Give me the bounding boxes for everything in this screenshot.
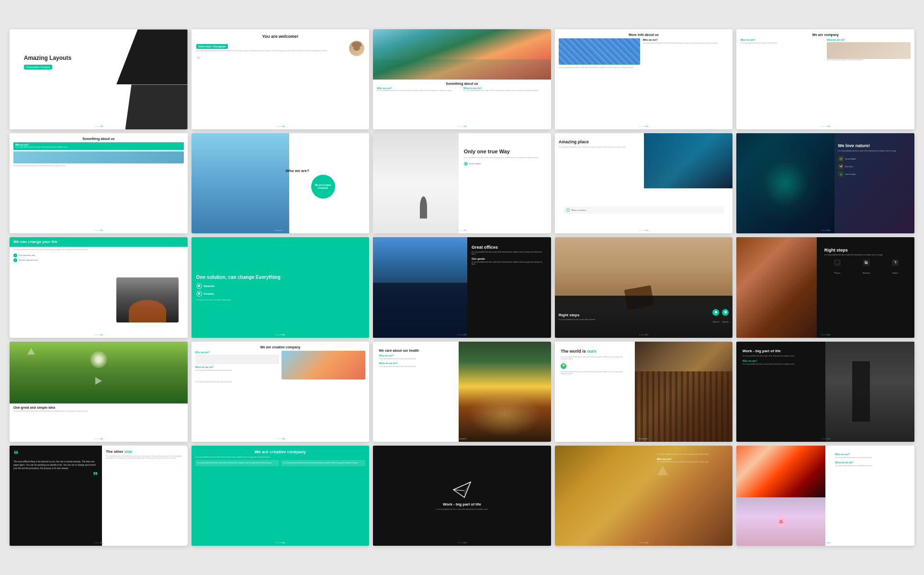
slide-18-health[interactable]: We care about our health Who we are? It … — [373, 342, 551, 442]
slide-21-quote-mark-close: ❞ — [13, 472, 98, 480]
slide-23-body: It is a long established fact that a rea… — [436, 508, 488, 511]
slide-3-about[interactable]: Something about us Who we are? It is a l… — [373, 29, 551, 129]
slide-11-steps: ✓ First important step ✓ Second importan… — [13, 253, 184, 262]
slide-19-body: It is a long established fact that a rea… — [561, 356, 627, 360]
slide-25-flower[interactable]: 🌸 Who we are? It is a long established f… — [736, 446, 914, 546]
slide-22-creative-green[interactable]: We are creative company It is a long est… — [192, 446, 370, 546]
footer-logo-25: PresentBla — [821, 541, 830, 544]
slide-17-photo — [282, 351, 365, 380]
slide-22-col1: It is a long established fact that a rea… — [197, 462, 278, 464]
slide-23-title: Work - big part of life — [443, 502, 481, 506]
slide-19-photo — [635, 342, 732, 442]
slide-9-photo — [644, 133, 733, 188]
slide-17-footer-text: It is a long established fact that a rea… — [195, 381, 366, 383]
slide-18-what: What do we do? — [379, 362, 453, 365]
slide-18-content: We care about our health Who we are? It … — [377, 346, 455, 370]
footer-logo-14: PresentBla — [639, 334, 649, 336]
slide-16-photo — [10, 342, 188, 407]
slide-12-item-1: Networks — [204, 285, 215, 288]
footer-logo-3: PresentBla — [457, 125, 467, 127]
slide-6-photo — [13, 151, 184, 163]
slide-9-amazing-place[interactable]: Amazing place It is a page that belongs … — [555, 133, 733, 233]
slide-19-bulb-icon: 💡 — [561, 363, 566, 369]
slide-17-who-content — [195, 355, 279, 364]
slide-13-goals: It is a long established fact that a rea… — [472, 261, 545, 265]
slide-9-tag-icon — [566, 208, 570, 212]
slide-4-who-label: Who we are? — [642, 38, 729, 41]
slide-11-body: It is a long established fact that a rea… — [13, 249, 184, 251]
slide-14-step2-icon — [722, 309, 729, 316]
slide-20-work-life[interactable]: Work - big part of life It is a long est… — [736, 342, 914, 442]
slide-13-content: Great offices It is a long established f… — [469, 242, 548, 268]
footer-logo-21: PresentBla — [94, 541, 103, 544]
slide-8-weather-icon — [464, 162, 468, 166]
slide-12-items: Networks Presents — [196, 283, 365, 297]
slide-17-creative[interactable]: We are creative company Who we are? What… — [192, 342, 370, 442]
slide-12-present-icon — [196, 291, 202, 297]
slide-2-welcome[interactable]: You are welcome! John Doe / Designer It … — [192, 29, 370, 129]
slide-1-badge: Presentation Template — [24, 65, 53, 69]
slide-24-desert[interactable]: It is a long established fact that a rea… — [555, 446, 733, 546]
slide-6-title: Something about us — [13, 137, 184, 140]
slide-20-photo — [825, 342, 914, 442]
slide-16-dandelion — [90, 351, 107, 368]
slide-14-right-steps-wood[interactable]: Right steps It is a long established fac… — [555, 237, 733, 337]
slide-10-icon-2: Eco Care — [845, 165, 853, 168]
slide-8-figure — [420, 196, 427, 218]
slide-24-body1: It is a long established fact that a rea… — [657, 453, 727, 456]
slide-11-step2: Second important step — [19, 259, 38, 261]
slide-16-great-idea[interactable]: One great and simple idea It is a long e… — [10, 342, 188, 442]
slide-19-world-ours[interactable]: The world is ours It is a long establish… — [555, 342, 733, 442]
slide-4-more-info[interactable]: More info about us Who we are? It is a l… — [555, 29, 733, 129]
footer-logo-11: PresentBla — [94, 334, 103, 336]
slide-12-title: One solution, can change Everything — [196, 274, 365, 280]
slide-6-body: It is a long established fact that a rea… — [15, 146, 182, 148]
slide-5-photo — [827, 42, 911, 59]
slide-15-right-steps-dark[interactable]: Right steps It is a long established fac… — [736, 237, 914, 337]
slide-2-avatar — [349, 41, 364, 56]
slide-3-body-who: It is a long established fact that a rea… — [377, 90, 461, 92]
slide-23-plane-icon — [452, 480, 472, 499]
slide-21-quote: The most difficult thing is the decision… — [13, 460, 98, 471]
footer-logo-4: PresentBla — [639, 125, 649, 127]
slide-10-icon-1: Good Health — [845, 158, 856, 160]
slide-20-who: Who we are? — [743, 359, 818, 362]
slide-7-who[interactable]: Who we are? We are Creative Company! Pre… — [192, 133, 370, 233]
slide-1-title: Amazing Layouts — [24, 55, 71, 61]
slide-6-about-text[interactable]: Something about us Who we are? It is a l… — [10, 133, 188, 233]
slide-19-title: The world is ours — [561, 349, 627, 354]
slide-10-nature[interactable]: We love nature! It is a long established… — [736, 133, 914, 233]
slide-14-step1-label: Step one — [712, 321, 719, 323]
footer-logo-1: PresentBla — [94, 125, 103, 127]
footer-logo-10: PresentBla — [821, 229, 830, 231]
slide-3-body-what: It is a long established fact that a rea… — [463, 90, 547, 92]
slide-5-company[interactable]: We are company Who we are? It is a long … — [736, 29, 914, 129]
slide-25-body1: It is a long established fact that a rea… — [835, 457, 909, 459]
footer-logo-24: PresentBla — [639, 541, 649, 544]
slide-13-great-offices[interactable]: Great offices It is a long established f… — [373, 237, 551, 337]
footer-logo-13: PresentBla — [457, 334, 467, 336]
slide-3-title: Something about us — [377, 82, 547, 85]
slide-11-title: We can change your life — [13, 240, 184, 244]
footer-logo-5: PresentBla — [821, 125, 830, 127]
slide-14-body: It is a long established fact that a rea… — [559, 319, 713, 321]
slide-17-body: It is a long established fact that a rea… — [195, 369, 279, 372]
slide-21-other-side[interactable]: ❝ The most difficult thing is the decisi… — [10, 446, 188, 546]
slide-23-work-dark[interactable]: Work - big part of life It is a long est… — [373, 446, 551, 546]
slide-8-one-way[interactable]: Only one true Way It is a long establish… — [373, 133, 551, 233]
slide-19-extra: It is a long established fact that a rea… — [561, 371, 627, 375]
footer-logo-19: PresentBla — [639, 437, 649, 440]
slide-14-step2-label: Step two — [722, 321, 729, 323]
footer-logo-16: PresentBla — [94, 437, 103, 440]
slide-2-body: It is a long established fact that a rea… — [196, 50, 347, 52]
slide-18-title: We care about our health — [379, 349, 453, 352]
slide-11-change-life[interactable]: We can change your life It is a long est… — [10, 237, 188, 337]
slide-15-icon-3: Explore — [892, 272, 898, 274]
slide-1-cover[interactable]: Amazing Layouts Presentation Template Pr… — [10, 29, 188, 129]
slide-13-subtitle: Our goals — [472, 257, 545, 260]
slide-12-solution[interactable]: One solution, can change Everything Netw… — [192, 237, 370, 337]
slide-17-what: What do we do? — [195, 366, 279, 368]
footer-logo-2: PresentBla — [276, 125, 285, 127]
footer-logo-15: PresentBla — [821, 334, 830, 336]
slide-7-title: Who we are? — [286, 168, 361, 172]
